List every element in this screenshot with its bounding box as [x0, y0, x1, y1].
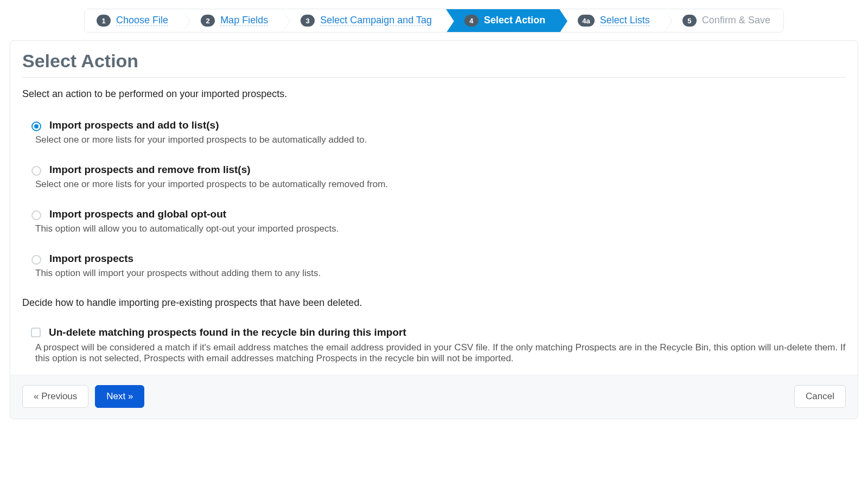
- checkbox-undelete-matching[interactable]: [31, 328, 41, 337]
- step-choose-file[interactable]: 1 Choose File: [85, 9, 182, 32]
- step-number-badge: 3: [301, 15, 315, 27]
- option-description: Select one or more lists for your import…: [35, 179, 846, 190]
- page-title: Select Action: [22, 50, 846, 72]
- step-number-badge: 4a: [578, 15, 594, 27]
- undelete-label[interactable]: Un-delete matching prospects found in th…: [49, 327, 406, 338]
- panel-body: Select Action Select an action to be per…: [10, 41, 858, 375]
- next-button[interactable]: Next »: [95, 385, 144, 408]
- step-label: Confirm & Save: [702, 15, 770, 26]
- step-confirm-save: 5 Confirm & Save: [664, 9, 783, 32]
- option-label[interactable]: Import prospects and remove from list(s): [49, 164, 251, 176]
- option-import-prospects: Import prospects This option will import…: [29, 253, 846, 279]
- radio-import-prospects[interactable]: [31, 255, 41, 265]
- step-number-badge: 2: [201, 15, 215, 27]
- option-import-global-opt-out: Import prospects and global opt-out This…: [29, 208, 846, 234]
- undelete-option: Un-delete matching prospects found in th…: [29, 326, 846, 364]
- select-action-panel: Select Action Select an action to be per…: [10, 40, 858, 419]
- step-map-fields[interactable]: 2 Map Fields: [182, 9, 282, 32]
- option-label[interactable]: Import prospects and add to list(s): [49, 119, 219, 131]
- step-label[interactable]: Select Campaign and Tag: [320, 15, 432, 27]
- intro-text: Select an action to be performed on your…: [22, 88, 846, 100]
- step-label[interactable]: Choose File: [116, 15, 168, 27]
- step-label[interactable]: Select Lists: [600, 15, 650, 27]
- step-label[interactable]: Select Action: [484, 15, 545, 26]
- option-description: This option will allow you to automatica…: [35, 223, 846, 234]
- option-description: Select one or more lists for your import…: [35, 135, 846, 145]
- step-label[interactable]: Map Fields: [220, 15, 268, 27]
- undelete-description: A prospect will be considered a match if…: [35, 342, 846, 364]
- panel-footer: « Previous Next » Cancel: [10, 375, 858, 419]
- option-label[interactable]: Import prospects and global opt-out: [49, 208, 226, 220]
- step-number-badge: 4: [464, 15, 478, 27]
- title-divider: [22, 77, 846, 78]
- step-number-badge: 1: [97, 15, 111, 27]
- option-import-add-to-lists: Import prospects and add to list(s) Sele…: [29, 119, 846, 145]
- radio-import-global-opt-out[interactable]: [31, 210, 41, 220]
- cancel-button[interactable]: Cancel: [794, 385, 846, 408]
- previous-button[interactable]: « Previous: [22, 385, 88, 408]
- option-label[interactable]: Import prospects: [49, 253, 133, 265]
- option-import-remove-from-lists: Import prospects and remove from list(s)…: [29, 164, 846, 190]
- step-select-action[interactable]: 4 Select Action: [446, 9, 559, 32]
- footer-left-buttons: « Previous Next »: [22, 385, 144, 408]
- radio-import-add-to-lists[interactable]: [31, 121, 41, 131]
- undelete-intro-text: Decide how to handle importing pre-exist…: [22, 297, 846, 309]
- wizard-stepper: 1 Choose File 2 Map Fields 3 Select Camp…: [0, 9, 868, 33]
- step-list: 1 Choose File 2 Map Fields 3 Select Camp…: [84, 9, 784, 33]
- step-number-badge: 5: [682, 15, 697, 27]
- radio-import-remove-from-lists[interactable]: [31, 166, 41, 176]
- step-select-campaign-tag[interactable]: 3 Select Campaign and Tag: [282, 9, 446, 32]
- option-description: This option will import your prospects w…: [35, 268, 846, 279]
- step-select-lists[interactable]: 4a Select Lists: [559, 9, 664, 32]
